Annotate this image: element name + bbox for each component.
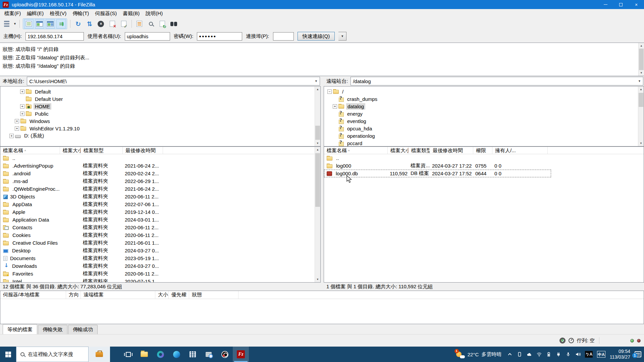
synchronized-browsing-button[interactable] [158, 19, 167, 28]
process-queue-button[interactable]: ⇅ [85, 19, 94, 28]
site-manager-button[interactable] [2, 19, 11, 28]
host-input[interactable]: 192.168.50.174 [25, 32, 84, 41]
taskbar-clock[interactable]: 09:54 113/03/27 [610, 349, 630, 360]
expand-toggle-icon[interactable]: + [20, 112, 24, 116]
username-input[interactable]: uploadhis [125, 32, 170, 41]
scroll-down-icon[interactable]: ▼ [638, 140, 644, 146]
local-file-row[interactable]: Desktop 檔案資料夾 2024-03-27 0... [0, 247, 320, 254]
local-tree-item[interactable]: + Windows [0, 117, 320, 125]
maximize-button[interactable] [613, 0, 629, 9]
local-file-row[interactable]: AppData 檔案資料夾 2022-07-06 1... [0, 200, 320, 208]
tray-expand-chevron-icon[interactable] [507, 352, 513, 357]
remote-file-row[interactable]: log000.db 110,592 DB 檔案 2024-03-27 17:52… [324, 170, 551, 177]
taskbar-app-briefcase[interactable] [89, 347, 110, 362]
column-header-type[interactable]: 檔案類型 [409, 147, 430, 154]
local-path-combobox[interactable]: C:\Users\HOME\ ▼ [27, 77, 320, 85]
scrollbar-thumb[interactable] [639, 49, 644, 70]
queue-tab[interactable]: 傳輸失敗 [38, 325, 67, 335]
local-tree-item[interactable]: + WishEditor V1.1.29.10 [0, 125, 320, 132]
scroll-down-icon[interactable]: ▼ [315, 277, 320, 282]
speaker-icon[interactable] [575, 352, 581, 357]
filter-button[interactable] [135, 19, 144, 28]
remote-tree-item[interactable]: energy [324, 110, 644, 117]
scrollbar-thumb[interactable] [639, 93, 643, 107]
local-tree-item[interactable]: + D: (系統) [0, 132, 320, 139]
scroll-up-icon[interactable]: ▲ [315, 86, 320, 92]
expand-toggle-icon[interactable]: − [327, 89, 332, 94]
start-button[interactable] [0, 347, 16, 362]
local-file-row[interactable]: 3D Objects 檔案資料夾 2020-06-11 2... [0, 193, 320, 200]
expand-toggle-icon[interactable]: + [20, 104, 24, 109]
password-input[interactable]: ●●●●●● [197, 32, 242, 41]
remote-tree-item[interactable]: eventlog [324, 117, 644, 125]
menu-item[interactable]: 伺服器(S) [92, 9, 120, 18]
scrollbar-thumb[interactable] [315, 153, 320, 207]
message-log-scrollbar[interactable]: ▲ ▼ [638, 43, 644, 76]
column-header-size[interactable]: 檔案大小 [60, 147, 81, 154]
toggle-local-tree-button[interactable] [35, 19, 44, 28]
taskbar-app-datasheet[interactable] [184, 347, 201, 362]
remote-file-row[interactable]: .. [324, 154, 644, 162]
menu-item[interactable]: 說明(H) [143, 9, 166, 18]
combo-arrow-icon[interactable]: ▼ [315, 79, 318, 83]
scroll-up-icon[interactable]: ▲ [639, 43, 644, 49]
local-file-row[interactable]: Favorites 檔案資料夾 2020-06-11 2... [0, 270, 320, 278]
remote-file-row[interactable]: log000 檔案資... 2024-03-27 17:22 0755 0 0 [324, 162, 644, 170]
queue-column-direction[interactable]: 方向 [66, 291, 81, 299]
port-input[interactable] [273, 32, 294, 41]
cancel-button[interactable]: × [96, 19, 106, 28]
wifi-icon[interactable] [536, 352, 542, 357]
scroll-down-icon[interactable]: ▼ [639, 70, 644, 76]
taskbar-app-file-explorer[interactable] [136, 347, 152, 362]
task-view-button[interactable] [120, 347, 136, 362]
remote-tree-item[interactable]: crash_dumps [324, 95, 644, 103]
refresh-button[interactable]: ↻ [73, 19, 83, 28]
queue-column-server-local[interactable]: 伺服器/本地檔案 [0, 291, 66, 299]
menu-item[interactable]: 書籤(B) [120, 9, 143, 18]
taskbar-app-edge[interactable] [168, 347, 184, 362]
column-header-permissions[interactable]: 權限 [473, 147, 492, 154]
auto-transfer-mode-icon[interactable] [559, 338, 566, 344]
expand-toggle-icon[interactable]: + [15, 126, 19, 131]
queue-column-status[interactable]: 狀態 [189, 291, 238, 299]
close-button[interactable]: × [629, 0, 644, 9]
site-manager-dropdown[interactable]: ▼ [13, 22, 16, 25]
column-header-name[interactable]: 檔案名稱^ [324, 147, 388, 154]
local-file-row[interactable]: Contacts 檔案資料夾 2020-06-11 2... [0, 224, 320, 231]
scroll-up-icon[interactable]: ▲ [315, 147, 320, 153]
quickconnect-dropdown[interactable]: ▼ [338, 32, 346, 41]
your-phone-icon[interactable] [517, 352, 522, 357]
remote-tree-item[interactable]: pccard [324, 139, 644, 146]
reconnect-button[interactable] [119, 19, 128, 28]
combo-arrow-icon[interactable]: ▼ [638, 79, 641, 83]
menu-item[interactable]: 傳輸(T) [69, 9, 92, 18]
onedrive-cloud-icon[interactable] [527, 352, 532, 357]
remote-tree-scrollbar[interactable]: ▲ ▼ [638, 86, 644, 146]
column-header-modified[interactable]: 最後修改時間 [123, 147, 163, 154]
local-file-row[interactable]: .ms-ad 檔案資料夾 2022-06-29 1... [0, 177, 320, 185]
queue-tab[interactable]: 等候的檔案 [3, 324, 37, 335]
column-header-size[interactable]: 檔案大小 [388, 147, 409, 154]
minimize-button[interactable] [598, 0, 613, 9]
menu-item[interactable]: 檔案(F) [1, 9, 24, 18]
taskbar-app-obs[interactable] [217, 347, 233, 362]
scrollbar-thumb[interactable] [315, 126, 320, 140]
local-file-row[interactable]: .QtWebEngineProc... 檔案資料夾 2021-06-24 2..… [0, 185, 320, 193]
remote-tree-item[interactable]: + datalog [324, 103, 644, 110]
column-header-modified[interactable]: 最後修改時間 [430, 147, 473, 154]
local-tree-item[interactable]: + HOME [0, 103, 320, 110]
menu-item[interactable]: 檢視(V) [47, 9, 69, 18]
queue-tab[interactable]: 傳輸成功 [68, 325, 98, 335]
local-file-row[interactable]: Documents 檔案資料夾 2023-05-19 1... [0, 254, 320, 262]
local-tree-item[interactable]: + Default [0, 88, 320, 95]
local-file-row[interactable]: .android 檔案資料夾 2020-02-24 2... [0, 170, 320, 177]
local-file-row[interactable]: Apple 檔案資料夾 2019-12-14 0... [0, 208, 320, 216]
expand-toggle-icon[interactable]: + [9, 134, 14, 138]
battery-icon[interactable] [546, 352, 551, 357]
toggle-remote-tree-button[interactable] [46, 19, 55, 28]
column-header-type[interactable]: 檔案類型 [81, 147, 123, 154]
taskbar-search-box[interactable]: 在這裡輸入文字來搜 [16, 347, 89, 362]
local-file-row[interactable]: Application Data 檔案資料夾 2024-03-01 1... [0, 216, 320, 224]
scroll-up-icon[interactable]: ▲ [638, 86, 644, 92]
remote-tree-item[interactable]: operationlog [324, 132, 644, 139]
